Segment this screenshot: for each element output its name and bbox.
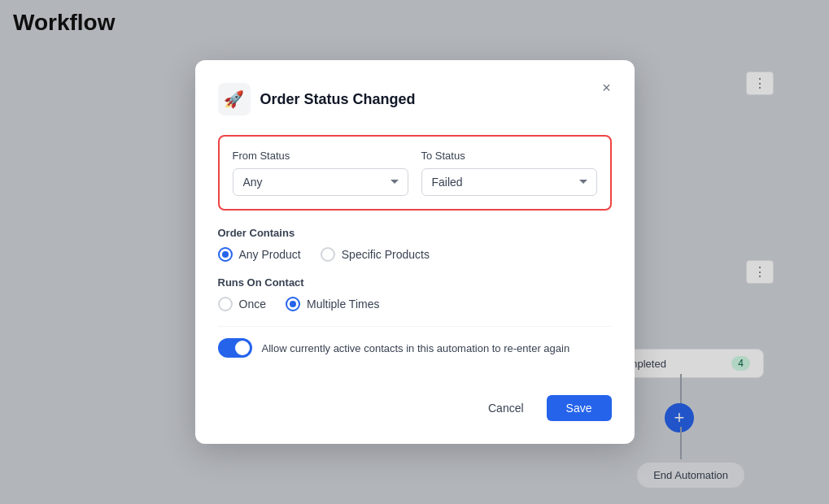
once-label: Once (239, 298, 266, 311)
order-contains-section: Order Contains Any Product Specific Prod… (218, 227, 612, 262)
re-enter-toggle[interactable] (218, 338, 252, 358)
once-radio[interactable] (218, 297, 233, 311)
multiple-times-label: Multiple Times (307, 298, 379, 311)
order-status-changed-modal: 🚀 Order Status Changed × From Status Any… (195, 60, 635, 444)
rocket-icon: 🚀 (224, 89, 244, 109)
runs-on-contact-section: Runs On Contact Once Multiple Times (218, 276, 612, 311)
toggle-label: Allow currently active contacts in this … (262, 342, 570, 354)
modal-overlay: 🚀 Order Status Changed × From Status Any… (0, 0, 829, 504)
status-row: From Status Any Pending Processing Compl… (233, 150, 597, 196)
runs-on-contact-label: Runs On Contact (218, 276, 612, 289)
runs-on-contact-radio-group: Once Multiple Times (218, 297, 612, 311)
to-status-select[interactable]: Failed Any Pending Processing Completed … (421, 168, 597, 196)
toggle-section: Allow currently active contacts in this … (218, 326, 612, 369)
close-button[interactable]: × (596, 76, 618, 99)
multiple-times-option[interactable]: Multiple Times (286, 297, 379, 311)
save-button[interactable]: Save (547, 395, 612, 421)
once-option[interactable]: Once (218, 297, 266, 311)
any-product-radio[interactable] (218, 247, 233, 262)
to-status-label: To Status (421, 150, 597, 162)
specific-products-option[interactable]: Specific Products (321, 247, 430, 262)
multiple-times-radio[interactable] (286, 297, 300, 311)
specific-products-radio[interactable] (321, 247, 335, 262)
status-section: From Status Any Pending Processing Compl… (218, 135, 612, 211)
any-product-label: Any Product (239, 248, 301, 261)
cancel-button[interactable]: Cancel (475, 395, 537, 421)
order-contains-radio-group: Any Product Specific Products (218, 247, 612, 262)
modal-header: 🚀 Order Status Changed (218, 83, 612, 115)
from-status-select[interactable]: Any Pending Processing Completed Failed … (233, 168, 408, 196)
from-status-group: From Status Any Pending Processing Compl… (233, 150, 408, 196)
specific-products-label: Specific Products (342, 248, 430, 261)
modal-title: Order Status Changed (260, 91, 416, 108)
modal-icon: 🚀 (218, 83, 251, 115)
order-contains-label: Order Contains (218, 227, 612, 239)
any-product-option[interactable]: Any Product (218, 247, 301, 262)
to-status-group: To Status Failed Any Pending Processing … (421, 150, 597, 196)
from-status-label: From Status (233, 150, 408, 162)
modal-footer: Cancel Save (218, 382, 612, 421)
